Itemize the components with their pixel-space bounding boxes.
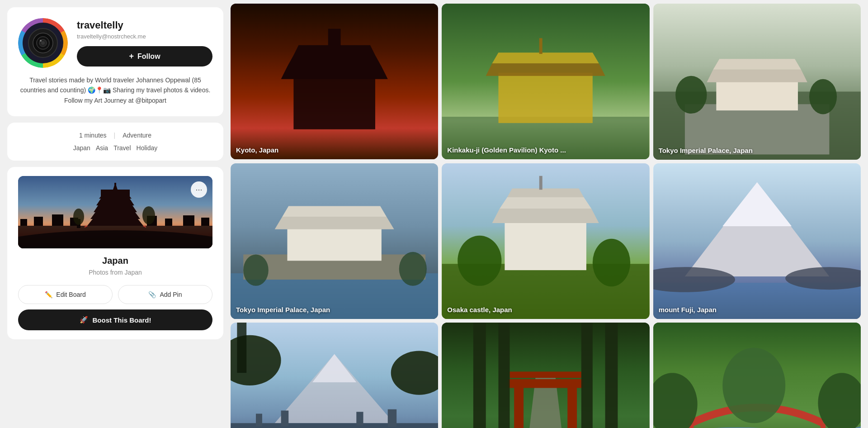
photo-item[interactable]: Nikko, Japan bbox=[442, 323, 649, 428]
photo-item[interactable]: mount Fuji, Japan bbox=[231, 323, 438, 428]
svg-point-4 bbox=[41, 41, 45, 45]
svg-rect-94 bbox=[605, 323, 618, 428]
svg-rect-89 bbox=[508, 379, 584, 388]
photo-label: Tokyo Imperial Palace, Japan bbox=[659, 147, 753, 154]
svg-marker-55 bbox=[275, 217, 394, 229]
svg-marker-21 bbox=[96, 199, 134, 205]
svg-marker-48 bbox=[713, 59, 801, 70]
profile-info: traveltelly traveltelly@nostrcheck.me Fo… bbox=[77, 19, 212, 67]
pencil-icon bbox=[45, 291, 52, 298]
photo-item[interactable]: Tokyo Imperial Palace, Japan bbox=[653, 4, 861, 160]
more-button[interactable]: ··· bbox=[191, 181, 207, 198]
board-title: Japan bbox=[18, 256, 212, 266]
profile-card: traveltelly traveltelly@nostrcheck.me Fo… bbox=[7, 7, 223, 116]
svg-marker-47 bbox=[707, 70, 807, 82]
filter-row: 1 minutes | Adventure bbox=[18, 132, 212, 139]
board-subtitle: Photos from Japan bbox=[18, 269, 212, 276]
filter-tag-holiday[interactable]: Holiday bbox=[137, 144, 158, 152]
photo-label: Osaka castle, Japan bbox=[447, 306, 512, 314]
svg-rect-92 bbox=[499, 323, 510, 428]
svg-point-62 bbox=[593, 238, 630, 286]
svg-marker-41 bbox=[492, 52, 599, 63]
svg-marker-34 bbox=[287, 55, 381, 67]
filter-card: 1 minutes | Adventure Japan Asia Travel … bbox=[7, 123, 223, 161]
svg-rect-39 bbox=[499, 73, 593, 123]
photo-grid: Kyoto, Japan bbox=[231, 0, 861, 428]
photo-label: Tokyo Imperial Palace, Japan bbox=[236, 306, 330, 314]
svg-point-30 bbox=[142, 206, 155, 224]
boost-button[interactable]: Boost This Board! bbox=[18, 309, 212, 330]
svg-point-50 bbox=[809, 79, 837, 114]
svg-point-57 bbox=[243, 254, 269, 285]
boost-label: Boost This Board! bbox=[93, 316, 151, 324]
follow-label: Follow bbox=[137, 52, 160, 61]
svg-marker-20 bbox=[94, 205, 137, 212]
svg-rect-83 bbox=[356, 412, 363, 426]
edit-board-label: Edit Board bbox=[56, 291, 85, 298]
svg-marker-65 bbox=[500, 197, 592, 209]
follow-button[interactable]: Follow bbox=[77, 46, 212, 67]
photo-label: Kyoto, Japan bbox=[236, 146, 278, 154]
photo-item[interactable]: mount Fuji, Japan bbox=[653, 163, 861, 319]
svg-point-49 bbox=[675, 76, 707, 114]
svg-marker-66 bbox=[507, 188, 584, 197]
photo-kyoto-bg bbox=[231, 4, 438, 159]
add-pin-label: Add Pin bbox=[160, 291, 182, 298]
photo-tokyo-bg bbox=[231, 163, 438, 319]
board-image-container: ··· bbox=[18, 176, 212, 248]
svg-rect-15 bbox=[183, 215, 194, 226]
svg-rect-67 bbox=[539, 176, 542, 190]
photo-item[interactable]: Nikko, Japan bbox=[653, 323, 861, 428]
svg-rect-93 bbox=[581, 323, 593, 428]
profile-bio: Travel stories made by World traveler Jo… bbox=[18, 75, 212, 105]
svg-rect-9 bbox=[20, 219, 27, 226]
filter-tag-asia[interactable]: Asia bbox=[96, 144, 108, 152]
svg-rect-82 bbox=[281, 410, 289, 426]
more-icon: ··· bbox=[195, 185, 202, 195]
svg-point-5 bbox=[40, 40, 42, 42]
photo-item[interactable]: Kinkaku-ji (Golden Pavilion) Kyoto ... bbox=[442, 4, 649, 159]
board-actions: Edit Board Add Pin bbox=[18, 285, 212, 304]
svg-marker-40 bbox=[486, 63, 605, 76]
svg-marker-18 bbox=[87, 219, 143, 226]
svg-point-61 bbox=[458, 235, 502, 285]
plus-icon bbox=[129, 52, 134, 61]
svg-marker-56 bbox=[282, 206, 387, 217]
add-pin-button[interactable]: Add Pin bbox=[118, 285, 212, 304]
photo-nikko2-bg bbox=[653, 323, 861, 428]
filter-tags: Japan Asia Travel Holiday bbox=[18, 144, 212, 152]
svg-rect-81 bbox=[256, 414, 262, 426]
filter-duration[interactable]: 1 minutes bbox=[79, 132, 107, 139]
filter-tag-japan[interactable]: Japan bbox=[73, 144, 90, 152]
svg-rect-90 bbox=[510, 371, 581, 378]
sidebar: traveltelly traveltelly@nostrcheck.me Fo… bbox=[0, 0, 231, 428]
profile-header: traveltelly traveltelly@nostrcheck.me Fo… bbox=[18, 18, 212, 68]
filter-tag-travel[interactable]: Travel bbox=[113, 144, 131, 152]
photo-tokyo-palace-bg bbox=[653, 4, 861, 160]
profile-email: traveltelly@nostrcheck.me bbox=[77, 33, 212, 40]
svg-rect-16 bbox=[201, 218, 209, 226]
svg-rect-8 bbox=[18, 226, 212, 248]
svg-rect-91 bbox=[473, 323, 486, 428]
photo-label: Kinkaku-ji (Golden Pavilion) Kyoto ... bbox=[447, 146, 566, 154]
photo-osaka-bg bbox=[442, 163, 649, 319]
svg-point-102 bbox=[722, 348, 785, 423]
svg-rect-14 bbox=[165, 219, 172, 226]
filter-category[interactable]: Adventure bbox=[123, 132, 151, 139]
photo-fuji2-bg bbox=[231, 323, 438, 428]
svg-point-58 bbox=[399, 252, 427, 285]
svg-rect-11 bbox=[52, 214, 63, 226]
board-card: ··· Japan Photos from Japan Edit Board A… bbox=[7, 167, 223, 339]
svg-marker-19 bbox=[90, 212, 140, 219]
photo-fuji-bg bbox=[653, 163, 861, 319]
svg-rect-79 bbox=[237, 323, 246, 373]
svg-rect-84 bbox=[388, 409, 396, 427]
svg-point-28 bbox=[73, 209, 84, 225]
svg-rect-46 bbox=[716, 79, 798, 110]
edit-board-button[interactable]: Edit Board bbox=[18, 285, 113, 304]
photo-item[interactable]: Tokyo Imperial Palace, Japan bbox=[231, 163, 438, 319]
svg-marker-64 bbox=[492, 209, 599, 223]
photo-item[interactable]: Osaka castle, Japan bbox=[442, 163, 649, 319]
photo-item[interactable]: Kyoto, Japan bbox=[231, 4, 438, 159]
svg-rect-36 bbox=[328, 29, 341, 48]
